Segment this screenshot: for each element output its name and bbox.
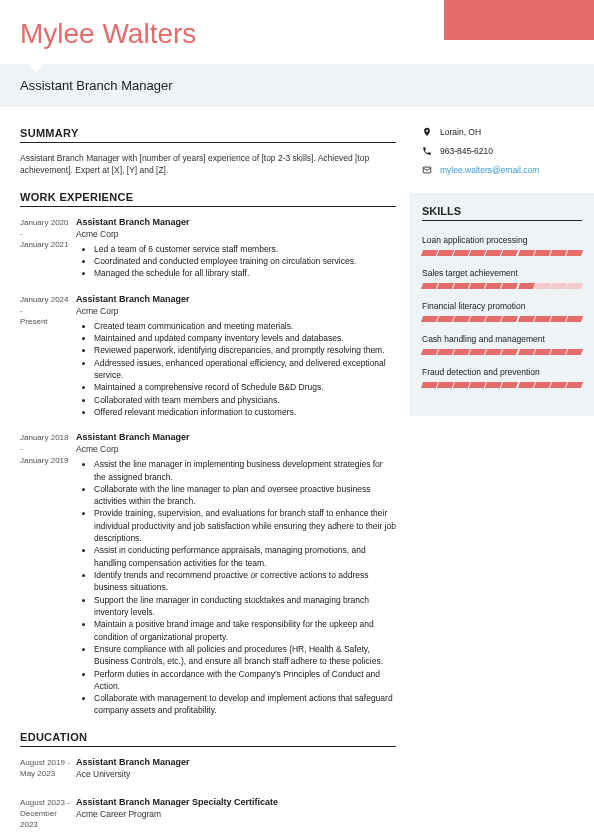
- work-bullet: Created team communication and meeting m…: [94, 320, 396, 332]
- work-bullet: Offered relevant medication information …: [94, 406, 396, 418]
- work-dates: January 2024-Present: [20, 294, 76, 419]
- work-title: Assistant Branch Manager: [76, 217, 396, 227]
- job-title-bar: Assistant Branch Manager: [0, 64, 594, 107]
- work-company: Acme Corp: [76, 229, 396, 239]
- contact-block: Lorain, OH 963-845-6210 mylee.walters@em…: [422, 127, 576, 175]
- skill-segment: [437, 316, 454, 322]
- skill-segment: [517, 250, 534, 256]
- skill-item: Fraud detection and prevention: [422, 367, 582, 388]
- work-bullet: Led a team of 6 customer service staff m…: [94, 243, 396, 255]
- work-heading: WORK EXPERIENCE: [20, 191, 396, 203]
- skill-segment: [453, 382, 470, 388]
- work-bullet: Maintained and updated company inventory…: [94, 332, 396, 344]
- skill-segment: [437, 283, 454, 289]
- skill-segment: [501, 349, 518, 355]
- skill-segment: [566, 250, 583, 256]
- skill-item: Cash handling and management: [422, 334, 582, 355]
- email-text[interactable]: mylee.walters@email.com: [440, 165, 539, 175]
- work-bullet: Reviewed paperwork, identifying discrepa…: [94, 344, 396, 356]
- work-bullet: Maintained a comprehensive record of Sch…: [94, 381, 396, 393]
- resume-page: Mylee Walters Assistant Branch Manager S…: [0, 0, 594, 838]
- skill-label: Cash handling and management: [422, 334, 582, 344]
- contact-phone: 963-845-6210: [422, 146, 576, 156]
- work-bullet: Support the line manager in conducting s…: [94, 594, 396, 619]
- work-bullet: Assist in conducting performance apprais…: [94, 544, 396, 569]
- skill-segment: [550, 283, 567, 289]
- work-bullet: Identify trends and recommend proactive …: [94, 569, 396, 594]
- work-bullet: Addressed issues, enhanced operational e…: [94, 357, 396, 382]
- skills-list: Loan application processingSales target …: [422, 235, 582, 388]
- skill-segment: [501, 382, 518, 388]
- work-bullet: Collaborate with management to develop a…: [94, 692, 396, 717]
- skill-label: Loan application processing: [422, 235, 582, 245]
- skill-segment: [534, 316, 551, 322]
- education-body: Assistant Branch ManagerAce University: [76, 757, 396, 783]
- edu-end: May 2023: [20, 769, 55, 778]
- skill-segment: [437, 382, 454, 388]
- education-dates: August 2023 -December 2023: [20, 797, 76, 831]
- edu-start: August 2019: [20, 758, 65, 767]
- skill-segment: [453, 250, 470, 256]
- summary-rule: [20, 142, 396, 143]
- skill-segment: [566, 382, 583, 388]
- work-body: Assistant Branch ManagerAcme CorpLed a t…: [76, 217, 396, 280]
- side-column: Lorain, OH 963-845-6210 mylee.walters@em…: [410, 127, 594, 838]
- education-institution: Acme Career Program: [76, 809, 396, 819]
- work-dates: January 2020-January 2021: [20, 217, 76, 280]
- location-text: Lorain, OH: [440, 127, 481, 137]
- main-column: SUMMARY Assistant Branch Manager with [n…: [0, 127, 410, 838]
- skill-segment: [517, 349, 534, 355]
- skill-segment: [421, 316, 438, 322]
- skills-rule: [422, 220, 582, 221]
- skill-item: Financial literacy promotion: [422, 301, 582, 322]
- skill-segment: [550, 382, 567, 388]
- skill-segment: [453, 283, 470, 289]
- work-end: January 2021: [20, 240, 68, 249]
- skills-section: SKILLS Loan application processingSales …: [410, 193, 594, 416]
- skill-segment: [517, 382, 534, 388]
- phone-text: 963-845-6210: [440, 146, 493, 156]
- skill-item: Sales target achievement: [422, 268, 582, 289]
- work-list: January 2020-January 2021Assistant Branc…: [20, 217, 396, 717]
- education-body: Assistant Branch Manager Specialty Certi…: [76, 797, 396, 831]
- work-bullet: Provide training, supervision, and evalu…: [94, 507, 396, 544]
- education-entry: August 2023 -December 2023Assistant Bran…: [20, 797, 396, 831]
- work-bullet: Collaborate with the line manager to pla…: [94, 483, 396, 508]
- work-bullet: Ensure compliance with all policies and …: [94, 643, 396, 668]
- work-title: Assistant Branch Manager: [76, 294, 396, 304]
- work-entry: January 2024-PresentAssistant Branch Man…: [20, 294, 396, 419]
- work-body: Assistant Branch ManagerAcme CorpCreated…: [76, 294, 396, 419]
- skill-bar: [422, 349, 582, 355]
- work-bullet: Maintain a positive brand image and take…: [94, 618, 396, 643]
- skill-segment: [501, 283, 518, 289]
- education-rule: [20, 746, 396, 747]
- email-icon: [422, 165, 432, 175]
- work-end: January 2019: [20, 456, 68, 465]
- skill-segment: [453, 316, 470, 322]
- skill-segment: [437, 250, 454, 256]
- skill-label: Sales target achievement: [422, 268, 582, 278]
- summary-text: Assistant Branch Manager with [number of…: [20, 153, 396, 177]
- summary-heading: SUMMARY: [20, 127, 396, 139]
- work-rule: [20, 206, 396, 207]
- content-wrapper: SUMMARY Assistant Branch Manager with [n…: [0, 107, 594, 838]
- skill-item: Loan application processing: [422, 235, 582, 256]
- work-start: January 2018: [20, 433, 68, 442]
- education-institution: Ace University: [76, 769, 396, 779]
- work-bullets: Led a team of 6 customer service staff m…: [76, 243, 396, 280]
- skill-segment: [534, 382, 551, 388]
- skill-segment: [550, 316, 567, 322]
- work-entry: January 2020-January 2021Assistant Branc…: [20, 217, 396, 280]
- work-end: Present: [20, 317, 48, 326]
- work-dates: January 2018-January 2019: [20, 432, 76, 717]
- skill-segment: [501, 250, 518, 256]
- skill-segment: [437, 349, 454, 355]
- work-start: January 2024: [20, 295, 68, 304]
- work-company: Acme Corp: [76, 444, 396, 454]
- skill-segment: [501, 316, 518, 322]
- education-title: Assistant Branch Manager Specialty Certi…: [76, 797, 396, 807]
- work-body: Assistant Branch ManagerAcme CorpAssist …: [76, 432, 396, 717]
- work-bullet: Collaborated with team members and physi…: [94, 394, 396, 406]
- contact-location: Lorain, OH: [422, 127, 576, 137]
- work-bullets: Created team communication and meeting m…: [76, 320, 396, 419]
